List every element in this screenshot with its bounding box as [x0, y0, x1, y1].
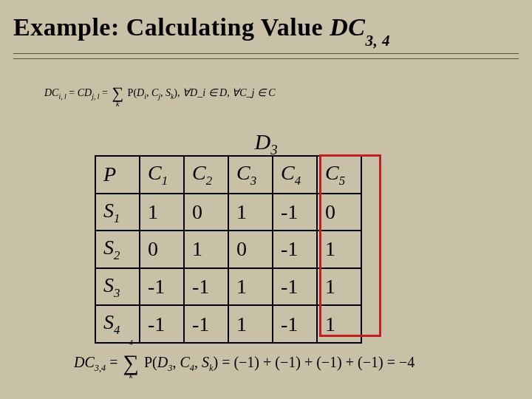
- f1-sum-lower: k: [112, 100, 123, 108]
- f2-eq: =: [109, 354, 121, 370]
- f1-forall: ∀D_i ∈ D, ∀C_j ∈ C: [183, 87, 276, 98]
- f2-c2: ,: [194, 354, 202, 370]
- cell: 0: [317, 194, 361, 231]
- cell: -1: [273, 305, 317, 343]
- cell: 1: [184, 231, 228, 268]
- f2-sum-lower: k: [123, 372, 139, 380]
- formula-instance: DC3,4 = 4 ∑ k P(D3, C4, Sk) = (−1) + (−1…: [74, 347, 415, 374]
- cell: 0: [228, 231, 273, 268]
- d3-var: D: [255, 129, 271, 154]
- hdr-C3: C3: [228, 156, 273, 194]
- f2-popen: P(: [144, 354, 157, 370]
- hdr-C4: C4: [273, 156, 317, 194]
- hdr-C1: C1: [140, 156, 184, 194]
- cell: -1: [184, 268, 228, 306]
- cell: -1: [184, 305, 228, 343]
- f1-cd-sub: j, l: [92, 92, 99, 100]
- hdr-P: P: [95, 156, 140, 194]
- cell: 0: [140, 231, 184, 268]
- table-row: S4 -1 -1 1 -1 1: [95, 305, 361, 343]
- hdr-C2: C2: [184, 156, 228, 194]
- f2-pd: D: [157, 354, 168, 370]
- cell: 1: [140, 194, 184, 231]
- table-row: S2 0 1 0 -1 1: [95, 231, 361, 268]
- f1-eq2: =: [102, 87, 110, 98]
- f1-cd: CD: [78, 87, 92, 98]
- cell: 1: [228, 268, 273, 306]
- cell: -1: [273, 194, 317, 231]
- title-var: DC: [330, 13, 365, 41]
- f1-sum: ∑ k: [112, 81, 123, 100]
- cell: -1: [273, 268, 317, 306]
- f1-ps: S: [166, 87, 171, 98]
- table-superheader: D3: [0, 129, 532, 158]
- row-label-S4: S4: [95, 305, 140, 343]
- formula-general: DCi, l = CDj, l = ∑ k P(Di, Cj, Sk), ∀D_…: [44, 81, 276, 100]
- title-sub: 3, 4: [365, 32, 390, 50]
- f1-lhs: DC: [44, 87, 58, 98]
- cell: 1: [228, 305, 273, 343]
- cell: -1: [273, 231, 317, 268]
- title-prefix: Example: Calculating Value: [13, 13, 330, 41]
- cell: -1: [140, 305, 184, 343]
- f2-sum: 4 ∑ k: [123, 347, 139, 372]
- table-header-row: P C1 C2 C3 C4 C5: [95, 156, 361, 194]
- slide: { "title": { "prefix": "Example: Calcula…: [0, 0, 532, 399]
- f1-eq: =: [69, 87, 77, 98]
- f1-c1: ,: [146, 87, 151, 98]
- f1-pclose: ),: [174, 87, 183, 98]
- p-table: P C1 C2 C3 C4 C5 S1 1 0 1 -1 0 S2 0 1 0 …: [95, 155, 362, 344]
- title-underline: [13, 53, 519, 59]
- slide-title: Example: Calculating Value DC3, 4: [13, 13, 519, 46]
- cell: 1: [317, 231, 361, 268]
- hdr-C5: C5: [317, 156, 361, 194]
- f2-c1: ,: [172, 354, 180, 370]
- f2-ps: S: [202, 354, 209, 370]
- cell: 1: [228, 194, 273, 231]
- row-label-S3: S3: [95, 268, 140, 306]
- f2-pclose: ): [213, 354, 222, 370]
- table-row: S1 1 0 1 -1 0: [95, 194, 361, 231]
- f1-popen: P(: [128, 87, 137, 98]
- table-row: S3 -1 -1 1 -1 1: [95, 268, 361, 306]
- cell: -1: [140, 268, 184, 306]
- row-label-S1: S1: [95, 194, 140, 231]
- cell: 0: [184, 194, 228, 231]
- f2-sum-upper: 4: [123, 338, 139, 347]
- f2-expansion: = (−1) + (−1) + (−1) + (−1) = −4: [222, 354, 415, 370]
- cell: 1: [317, 305, 361, 343]
- f1-c2: ,: [160, 87, 166, 98]
- f2-lhs-sub: 3,4: [95, 363, 106, 373]
- f1-lhs-sub: i, l: [58, 92, 66, 100]
- cell: 1: [317, 268, 361, 306]
- f2-lhs: DC: [74, 354, 95, 370]
- row-label-S2: S2: [95, 231, 140, 268]
- f1-pd: D: [137, 87, 144, 98]
- f1-pc: C: [151, 87, 158, 98]
- f2-pc: C: [180, 354, 189, 370]
